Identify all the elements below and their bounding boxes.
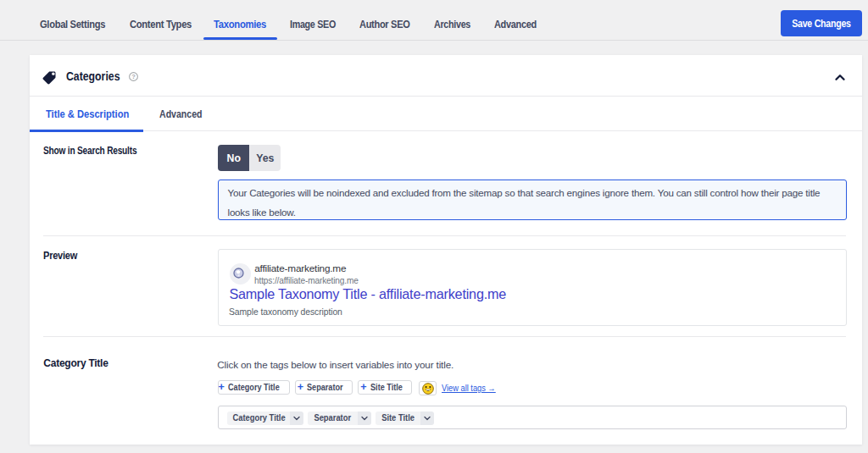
svg-text:?: ?	[131, 73, 136, 80]
